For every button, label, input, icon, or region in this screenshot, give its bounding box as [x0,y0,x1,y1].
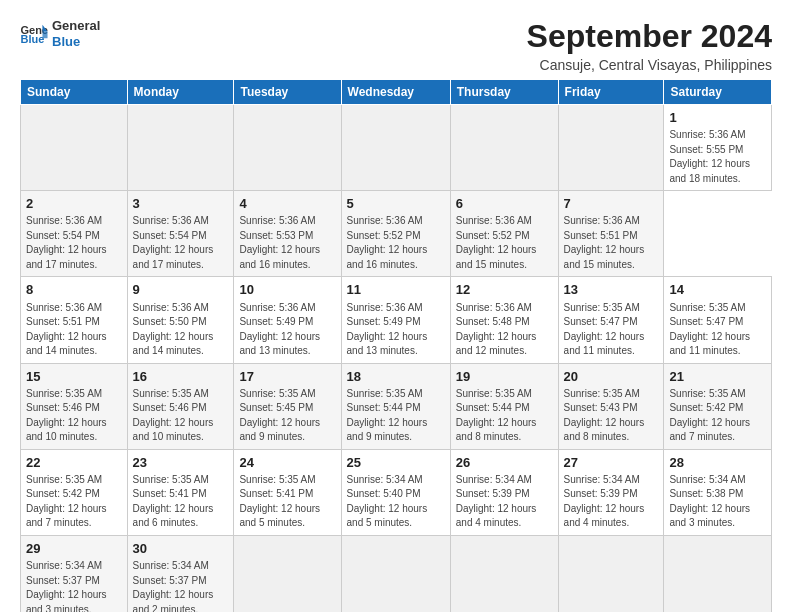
calendar-cell-day-19: 19Sunrise: 5:35 AMSunset: 5:44 PMDayligh… [450,363,558,449]
calendar-cell-day-23: 23Sunrise: 5:35 AMSunset: 5:41 PMDayligh… [127,449,234,535]
calendar-cell-day-21: 21Sunrise: 5:35 AMSunset: 5:42 PMDayligh… [664,363,772,449]
calendar-header-tuesday: Tuesday [234,80,341,105]
calendar-cell-day-3: 3Sunrise: 5:36 AMSunset: 5:54 PMDaylight… [127,191,234,277]
calendar-cell-day-28: 28Sunrise: 5:34 AMSunset: 5:38 PMDayligh… [664,449,772,535]
calendar-cell-day-12: 12Sunrise: 5:36 AMSunset: 5:48 PMDayligh… [450,277,558,363]
calendar-cell-day-1: 1Sunrise: 5:36 AMSunset: 5:55 PMDaylight… [664,105,772,191]
calendar-cell-empty [21,105,128,191]
svg-text:Blue: Blue [20,33,44,45]
calendar-cell-day-18: 18Sunrise: 5:35 AMSunset: 5:44 PMDayligh… [341,363,450,449]
calendar-cell-empty [664,535,772,612]
calendar-cell-day-6: 6Sunrise: 5:36 AMSunset: 5:52 PMDaylight… [450,191,558,277]
calendar-header-friday: Friday [558,80,664,105]
calendar-cell-day-14: 14Sunrise: 5:35 AMSunset: 5:47 PMDayligh… [664,277,772,363]
calendar-cell-day-13: 13Sunrise: 5:35 AMSunset: 5:47 PMDayligh… [558,277,664,363]
calendar-cell-day-20: 20Sunrise: 5:35 AMSunset: 5:43 PMDayligh… [558,363,664,449]
calendar-cell-day-5: 5Sunrise: 5:36 AMSunset: 5:52 PMDaylight… [341,191,450,277]
logo-icon: General Blue [20,23,48,45]
calendar-cell-day-15: 15Sunrise: 5:35 AMSunset: 5:46 PMDayligh… [21,363,128,449]
calendar-cell-empty [450,105,558,191]
calendar-header-row: SundayMondayTuesdayWednesdayThursdayFrid… [21,80,772,105]
calendar-header-saturday: Saturday [664,80,772,105]
calendar-header-wednesday: Wednesday [341,80,450,105]
calendar-cell-day-7: 7Sunrise: 5:36 AMSunset: 5:51 PMDaylight… [558,191,664,277]
calendar-cell-day-4: 4Sunrise: 5:36 AMSunset: 5:53 PMDaylight… [234,191,341,277]
calendar-cell-day-22: 22Sunrise: 5:35 AMSunset: 5:42 PMDayligh… [21,449,128,535]
calendar-cell-day-27: 27Sunrise: 5:34 AMSunset: 5:39 PMDayligh… [558,449,664,535]
calendar-header-sunday: Sunday [21,80,128,105]
calendar-week-5: 22Sunrise: 5:35 AMSunset: 5:42 PMDayligh… [21,449,772,535]
calendar-week-6: 29Sunrise: 5:34 AMSunset: 5:37 PMDayligh… [21,535,772,612]
calendar-week-3: 8Sunrise: 5:36 AMSunset: 5:51 PMDaylight… [21,277,772,363]
calendar-header-monday: Monday [127,80,234,105]
calendar-cell-empty [341,535,450,612]
subtitle: Cansuje, Central Visayas, Philippines [527,57,772,73]
calendar-cell-day-8: 8Sunrise: 5:36 AMSunset: 5:51 PMDaylight… [21,277,128,363]
calendar-cell-empty [127,105,234,191]
calendar-cell-day-17: 17Sunrise: 5:35 AMSunset: 5:45 PMDayligh… [234,363,341,449]
calendar-cell-day-10: 10Sunrise: 5:36 AMSunset: 5:49 PMDayligh… [234,277,341,363]
main-title: September 2024 [527,18,772,55]
calendar-header-thursday: Thursday [450,80,558,105]
calendar: SundayMondayTuesdayWednesdayThursdayFrid… [20,79,772,612]
logo-text-line2: Blue [52,34,100,50]
calendar-cell-day-30: 30Sunrise: 5:34 AMSunset: 5:37 PMDayligh… [127,535,234,612]
calendar-cell-empty [234,535,341,612]
calendar-week-1: 1Sunrise: 5:36 AMSunset: 5:55 PMDaylight… [21,105,772,191]
calendar-cell-day-24: 24Sunrise: 5:35 AMSunset: 5:41 PMDayligh… [234,449,341,535]
calendar-cell-empty [341,105,450,191]
title-block: September 2024 Cansuje, Central Visayas,… [527,18,772,73]
calendar-cell-empty [450,535,558,612]
page: General Blue General Blue September 2024… [0,0,792,612]
svg-marker-3 [42,31,47,38]
calendar-cell-day-25: 25Sunrise: 5:34 AMSunset: 5:40 PMDayligh… [341,449,450,535]
calendar-cell-day-29: 29Sunrise: 5:34 AMSunset: 5:37 PMDayligh… [21,535,128,612]
calendar-week-2: 2Sunrise: 5:36 AMSunset: 5:54 PMDaylight… [21,191,772,277]
calendar-cell-empty [558,535,664,612]
logo-text-line1: General [52,18,100,34]
calendar-cell-day-11: 11Sunrise: 5:36 AMSunset: 5:49 PMDayligh… [341,277,450,363]
calendar-cell-empty [558,105,664,191]
calendar-cell-day-16: 16Sunrise: 5:35 AMSunset: 5:46 PMDayligh… [127,363,234,449]
calendar-cell-empty [234,105,341,191]
calendar-cell-day-9: 9Sunrise: 5:36 AMSunset: 5:50 PMDaylight… [127,277,234,363]
calendar-cell-day-2: 2Sunrise: 5:36 AMSunset: 5:54 PMDaylight… [21,191,128,277]
calendar-week-4: 15Sunrise: 5:35 AMSunset: 5:46 PMDayligh… [21,363,772,449]
calendar-cell-day-26: 26Sunrise: 5:34 AMSunset: 5:39 PMDayligh… [450,449,558,535]
logo: General Blue General Blue [20,18,100,49]
header: General Blue General Blue September 2024… [20,18,772,73]
